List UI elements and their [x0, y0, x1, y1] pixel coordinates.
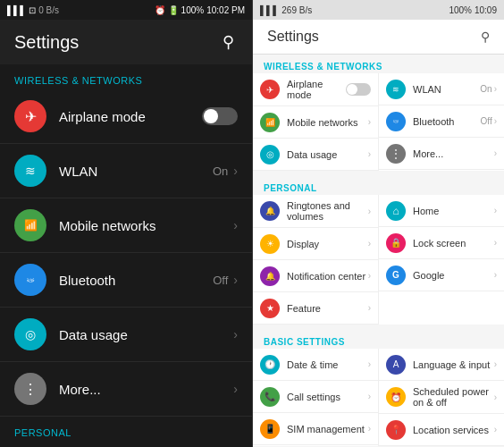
page-title: Settings — [14, 32, 79, 53]
right-mobile-item[interactable]: 📶 Mobile networks › — [253, 106, 378, 139]
right-sim-item[interactable]: 📱 SIM management › — [253, 413, 378, 445]
right-feature-chevron: › — [368, 303, 371, 313]
right-datetime-item[interactable]: 🕐 Date & time › — [253, 349, 378, 381]
right-time: 10:09 — [475, 5, 497, 15]
right-speed: 269 B/s — [281, 5, 312, 15]
right-location-chevron: › — [494, 425, 497, 434]
wireless-section-header: WIRELESS & NETWORKS — [0, 64, 252, 89]
right-data-label: Data usage — [287, 149, 368, 160]
right-language-label: Language & input — [413, 359, 494, 370]
right-bluetooth-chevron: › — [494, 116, 497, 126]
right-google-label: Google — [413, 270, 494, 281]
right-more-item[interactable]: ⋮ More... › — [379, 138, 504, 170]
search-button[interactable]: ⚲ — [219, 29, 238, 55]
right-data-icon: ◎ — [260, 145, 280, 164]
wlan-icon: ≋ — [14, 155, 46, 187]
right-notification-icon: 🔔 — [260, 266, 280, 286]
right-wlan-chevron: › — [494, 84, 497, 94]
left-panel: ▌▌▌ ⊡ 0 B/s ⏰ 🔋 100% 10:02 PM Settings ⚲… — [0, 0, 252, 447]
right-lock-item[interactable]: 🔒 Lock screen › — [379, 227, 504, 259]
right-airplane-item[interactable]: ✈ Airplane mode — [253, 73, 378, 106]
right-more-icon: ⋮ — [386, 144, 406, 164]
more-item[interactable]: ⋮ More... › — [0, 362, 252, 417]
right-bluetooth-value: Off — [481, 116, 492, 126]
right-call-item[interactable]: 📞 Call settings › — [253, 381, 378, 413]
right-display-chevron: › — [368, 239, 371, 249]
personal-section-header: PERSONAL — [0, 417, 252, 442]
right-settings-list: WIRELESS & NETWORKS ✈ Airplane mode 📶 Mo… — [253, 55, 504, 447]
right-data-item[interactable]: ◎ Data usage › — [253, 139, 378, 171]
alarm-icon: ⏰ — [155, 5, 165, 15]
right-google-item[interactable]: G Google › — [379, 259, 504, 291]
bluetooth-value: Off — [213, 274, 228, 287]
right-location-label: Location services — [413, 425, 494, 435]
right-wlan-label: WLAN — [413, 84, 480, 95]
right-search-button[interactable]: ⚲ — [481, 30, 490, 44]
right-scheduled-icon: ⏰ — [386, 387, 406, 407]
data-usage-item[interactable]: ◎ Data usage › — [0, 308, 252, 362]
airplane-mode-item[interactable]: ✈ Airplane mode — [0, 89, 252, 144]
status-bar-left: ▌▌▌ ⊡ 0 B/s — [7, 5, 59, 15]
right-location-item[interactable]: 📍 Location services › — [379, 414, 504, 446]
status-bar-right: ⏰ 🔋 100% 10:02 PM — [155, 5, 245, 15]
right-notification-chevron: › — [368, 271, 371, 281]
right-airplane-label: Airplane mode — [287, 79, 346, 100]
right-notification-label: Notification center — [287, 271, 368, 282]
right-more-label: More... — [413, 148, 494, 159]
right-airplane-toggle[interactable] — [346, 83, 371, 96]
time-display: 10:02 PM — [206, 5, 245, 15]
right-feature-item[interactable]: ★ Feature › — [253, 292, 378, 325]
mobile-networks-item[interactable]: 📶 Mobile networks › — [0, 198, 252, 253]
bluetooth-icon: ⎃ — [14, 264, 46, 296]
right-bluetooth-label: Bluetooth — [413, 116, 481, 127]
airplane-icon: ✈ — [14, 100, 46, 132]
bluetooth-label: Bluetooth — [59, 273, 213, 288]
battery-icon: 🔋 — [168, 5, 179, 15]
right-ringtones-item[interactable]: 🔔 Ringtones and volumes › — [253, 195, 378, 228]
right-bluetooth-item[interactable]: ⎃ Bluetooth Off › — [379, 105, 504, 138]
right-call-label: Call settings — [287, 392, 368, 402]
right-datetime-label: Date & time — [287, 359, 368, 370]
right-google-icon: G — [386, 266, 406, 285]
right-mobile-label: Mobile networks — [287, 117, 368, 128]
settings-list: WIRELESS & NETWORKS ✈ Airplane mode ≋ WL… — [0, 64, 252, 447]
right-personal-left: 🔔 Ringtones and volumes › ☀ Display › 🔔 … — [253, 195, 379, 325]
right-sim-icon: 📱 — [260, 419, 280, 439]
mobile-networks-label: Mobile networks — [59, 218, 233, 233]
right-notification-item[interactable]: 🔔 Notification center › — [253, 260, 378, 292]
data-usage-chevron: › — [233, 327, 238, 342]
right-scheduled-item[interactable]: ⏰ Scheduled power on & off › — [379, 381, 504, 414]
wlan-value: On — [213, 164, 228, 178]
right-wlan-item[interactable]: ≋ WLAN On › — [379, 73, 504, 105]
right-feature-label: Feature — [287, 303, 368, 314]
right-ringtones-label: Ringtones and volumes — [287, 200, 368, 222]
right-status-bar: ▌▌▌ 269 B/s 100% 10:09 — [253, 0, 504, 20]
right-more-chevron: › — [494, 148, 497, 158]
more-chevron: › — [233, 382, 238, 396]
right-display-item[interactable]: ☀ Display › — [253, 228, 378, 260]
battery-percent: 100% — [181, 5, 205, 15]
right-wlan-icon: ≋ — [386, 80, 406, 99]
right-ringtones-chevron: › — [368, 207, 371, 216]
right-basic-cols: 🕐 Date & time › 📞 Call settings › 📱 SIM … — [253, 349, 504, 446]
right-language-item[interactable]: A Language & input › — [379, 349, 504, 381]
right-home-item[interactable]: ⌂ Home › — [379, 195, 504, 227]
right-home-label: Home — [413, 206, 494, 216]
left-header: Settings ⚲ — [0, 20, 252, 64]
right-scheduled-chevron: › — [494, 392, 497, 402]
right-data-chevron: › — [368, 149, 371, 159]
right-wlan-value: On — [480, 84, 491, 94]
right-feature-icon: ★ — [260, 299, 280, 318]
bluetooth-item[interactable]: ⎃ Bluetooth Off › — [0, 253, 252, 308]
right-scheduled-label: Scheduled power on & off — [413, 386, 494, 408]
wlan-item[interactable]: ≋ WLAN On › — [0, 144, 252, 198]
right-google-chevron: › — [494, 270, 497, 280]
right-bluetooth-icon: ⎃ — [386, 112, 406, 131]
ringtones-item[interactable]: 🔔 Ringtones and volumes › — [0, 442, 252, 447]
more-icon: ⋮ — [14, 373, 46, 405]
airplane-toggle[interactable] — [202, 107, 238, 125]
right-sim-chevron: › — [368, 424, 371, 434]
right-personal-right: ⌂ Home › 🔒 Lock screen › G Google › — [379, 195, 504, 325]
right-signal: ▌▌▌ — [260, 5, 279, 15]
right-personal-header: PERSONAL — [253, 176, 504, 195]
